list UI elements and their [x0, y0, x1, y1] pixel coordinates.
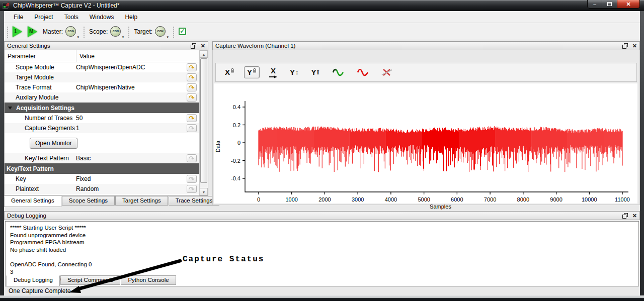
undo-icon[interactable]: ↶: [187, 73, 197, 81]
annotation-label: Capture Status: [183, 255, 264, 264]
scroll-down-arrow[interactable]: ▼: [200, 188, 208, 195]
scrollbar-handle[interactable]: [200, 58, 207, 183]
open-monitor-button[interactable]: Open Monitor: [30, 138, 77, 149]
undo-icon[interactable]: ↶: [187, 124, 197, 132]
section-row-key-text-pattern[interactable]: Key/Text Pattern: [5, 163, 199, 174]
toolbar-drag-handle[interactable]: [172, 26, 175, 38]
param-row-target-module[interactable]: Target Module↶: [5, 72, 199, 82]
log-line: [10, 253, 634, 261]
param-value[interactable]: Basic: [76, 155, 187, 162]
toolbar-drag-handle[interactable]: [127, 26, 130, 38]
close-panel-icon[interactable]: ✕: [632, 213, 637, 219]
undo-icon[interactable]: ↶: [187, 175, 197, 183]
tab-general-settings[interactable]: General Settings: [4, 196, 61, 207]
float-panel-icon[interactable]: [622, 43, 628, 49]
persistence-wave-button[interactable]: [329, 66, 347, 78]
menu-windows[interactable]: Windows: [84, 12, 120, 22]
capture-one-button[interactable]: 1: [12, 26, 25, 38]
menu-help[interactable]: Help: [119, 12, 143, 22]
undo-icon[interactable]: ↶: [187, 185, 197, 193]
menu-tools[interactable]: Tools: [59, 12, 84, 22]
y-cursor-button[interactable]: Y I: [308, 66, 323, 78]
debug-logging-panel-header[interactable]: Debug Logging ✕: [4, 211, 640, 220]
vertical-scrollbar[interactable]: ▲ ▼: [199, 50, 208, 195]
dropdown-arrow-icon[interactable]: ▾: [77, 35, 79, 39]
redraw-wave-button[interactable]: [354, 66, 372, 78]
waveform-plot-area[interactable]: 0.40.20-0.2-0.40100020003000400050006000…: [214, 83, 637, 204]
menu-project[interactable]: Project: [29, 12, 58, 22]
close-button[interactable]: ✕: [617, 0, 640, 9]
close-panel-icon[interactable]: ✕: [201, 43, 205, 49]
debug-logging-panel: Debug Logging ✕ ***** Starting User Scri…: [4, 211, 640, 286]
param-label: Auxilary Module: [5, 94, 76, 101]
x-axis-lock-button[interactable]: X: [222, 66, 237, 78]
maximize-button[interactable]: [602, 0, 617, 9]
undo-icon[interactable]: ↶: [187, 154, 197, 162]
param-row-key-text-pattern[interactable]: Key/Text PatternBasic↶: [5, 153, 199, 163]
param-value[interactable]: 50: [76, 115, 187, 122]
taskbar[interactable]: [0, 298, 644, 301]
menu-file[interactable]: File: [8, 12, 29, 22]
param-row-auxilary-module[interactable]: Auxilary Module↶: [5, 92, 199, 103]
scope-connect-button[interactable]: CON ▾: [110, 25, 123, 38]
toolbar-drag-handle[interactable]: [83, 26, 85, 38]
param-row-capture-segments[interactable]: Capture Segments1↶: [5, 123, 199, 133]
close-panel-icon[interactable]: ✕: [632, 43, 637, 49]
param-value[interactable]: 1: [76, 125, 187, 132]
param-value[interactable]: ChipWhisperer/Native: [76, 84, 187, 91]
title-bar[interactable]: ChipWhisperer™ Capture V2 - Untitled* – …: [0, 0, 644, 11]
check-icon: ✓: [180, 28, 185, 35]
param-row-key[interactable]: KeyFixed↶: [5, 174, 199, 184]
x-axis-label: Samples: [430, 204, 451, 210]
parameter-table: Parameter Value Scope ModuleChipWhispere…: [4, 50, 208, 196]
tab-target-settings[interactable]: Target Settings: [115, 196, 168, 206]
scroll-up-arrow[interactable]: ▲: [200, 50, 208, 58]
tab-script-commands[interactable]: Script Commands: [60, 275, 120, 285]
general-settings-panel-header[interactable]: General Settings ✕: [4, 41, 208, 50]
param-row-trace-format[interactable]: Trace FormatChipWhisperer/Native↶: [5, 82, 199, 92]
tab-scope-settings[interactable]: Scope Settings: [62, 196, 115, 206]
screen: ChipWhisperer™ Capture V2 - Untitled* – …: [0, 0, 644, 301]
tab-python-console[interactable]: Python Console: [121, 275, 176, 285]
param-label: Capture Segments: [5, 125, 76, 132]
waveform-chart[interactable]: 0.40.20-0.2-0.40100020003000400050006000…: [214, 83, 637, 211]
param-row-plaintext[interactable]: PlaintextRandom↶: [5, 184, 199, 194]
x-tick-label: 9000: [550, 196, 562, 203]
y-tick-label: 0: [237, 140, 240, 146]
param-value[interactable]: Fixed: [76, 175, 187, 182]
param-label: Key/Text Pattern: [5, 155, 76, 162]
status-checkbox[interactable]: ✓: [179, 28, 186, 35]
undo-icon[interactable]: ↶: [187, 83, 197, 91]
dropdown-arrow-icon[interactable]: ▾: [167, 35, 169, 39]
y-autoscale-button[interactable]: Y ↕: [287, 66, 302, 78]
dropdown-arrow-icon[interactable]: ▾: [122, 35, 124, 39]
param-row-number-of-traces[interactable]: Number of Traces50↶: [5, 113, 199, 123]
column-header-parameter[interactable]: Parameter: [5, 53, 76, 60]
undo-icon[interactable]: ↶: [187, 63, 197, 71]
log-line: Found unprogrammed device: [10, 232, 634, 239]
toolbar-drag-handle[interactable]: [6, 26, 9, 38]
column-header-value[interactable]: Value: [76, 50, 199, 62]
tab-debug-logging[interactable]: Debug Logging: [7, 275, 60, 286]
param-row-scope-module[interactable]: Scope ModuleChipWhisperer/OpenADC↶: [5, 62, 199, 72]
target-connect-button[interactable]: CON ▾: [155, 25, 168, 38]
capture-waveform-panel-header[interactable]: Capture Waveform (Channel 1) ✕: [212, 41, 640, 50]
green-sine-wave-icon: [332, 68, 344, 77]
param-value[interactable]: ChipWhisperer/OpenADC: [76, 64, 187, 71]
capture-multi-button[interactable]: M: [27, 26, 40, 38]
float-panel-icon[interactable]: [191, 43, 196, 49]
section-row-acquisition-settings[interactable]: Acquisition Settings: [5, 103, 199, 113]
expanded-triangle-icon[interactable]: [8, 107, 12, 110]
clear-waveform-button[interactable]: [378, 66, 395, 78]
master-connect-button[interactable]: CON ▾: [65, 25, 78, 38]
float-panel-icon[interactable]: [622, 213, 628, 219]
x-autoscale-button[interactable]: X: [266, 65, 280, 80]
maximize-icon: [607, 2, 612, 6]
param-value[interactable]: Random: [76, 185, 187, 192]
undo-icon[interactable]: ↶: [187, 114, 197, 122]
app-icon: [3, 2, 10, 9]
undo-icon[interactable]: ↶: [187, 93, 197, 102]
minimize-button[interactable]: –: [587, 0, 602, 9]
status-text: One Capture Complete: [9, 287, 70, 294]
y-axis-lock-button[interactable]: Y: [244, 66, 260, 78]
